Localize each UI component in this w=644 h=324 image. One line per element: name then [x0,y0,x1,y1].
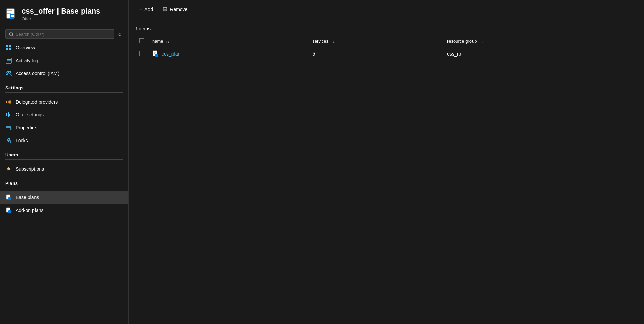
header-checkbox-cell [135,36,148,47]
row-checkbox-cell [135,47,148,61]
svg-point-21 [9,100,11,102]
remove-button[interactable]: Remove [158,4,191,15]
remove-icon [162,6,168,13]
sidebar-item-label-activity-log: Activity log [16,58,38,63]
section-label-plans: Plans [0,175,128,188]
svg-rect-53 [154,53,155,54]
svg-line-9 [12,35,13,36]
svg-point-22 [9,103,11,104]
collapse-button[interactable]: « [117,30,123,39]
svg-rect-2 [7,12,12,12]
sidebar-item-label-locks: Locks [16,138,28,143]
search-icon [9,32,14,37]
row-document-icon [152,50,159,57]
toolbar: + Add Remove [129,0,644,19]
base-plans-icon [5,194,12,201]
svg-rect-10 [6,45,8,47]
search-box[interactable] [5,29,114,39]
row-services-cell: 5 [308,47,443,61]
page-title: css_offer | Base plans [22,7,100,16]
search-input[interactable] [16,31,111,37]
svg-rect-1 [7,10,12,11]
data-table: name ↑↓ services ↑↓ resource group ↑↓ [135,36,637,61]
svg-rect-28 [11,113,12,116]
svg-rect-45 [163,7,167,8]
sidebar-item-delegated-providers[interactable]: Delegated providers [0,95,128,108]
column-resource-group-label: resource group [447,39,477,44]
svg-rect-42 [7,210,9,210]
svg-rect-39 [8,197,11,200]
svg-rect-37 [7,197,9,197]
select-all-checkbox[interactable] [139,38,144,43]
svg-rect-41 [7,209,9,209]
column-name-label: name [152,39,163,44]
sidebar-item-label-addon-plans: Add-on plans [16,208,44,213]
svg-rect-27 [9,114,10,116]
activity-log-icon [5,57,12,64]
svg-rect-17 [7,62,9,62]
svg-rect-13 [9,48,12,50]
sidebar-item-label-base-plans: Base plans [16,195,39,200]
sidebar-item-label-overview: Overview [16,45,35,50]
svg-rect-16 [7,61,11,61]
sidebar-item-label-properties: Properties [16,125,37,130]
column-header-name[interactable]: name ↑↓ [148,36,308,47]
offer-settings-icon [5,111,12,118]
svg-rect-25 [6,113,7,116]
svg-point-20 [6,101,8,103]
sidebar-item-locks[interactable]: Locks [0,134,128,147]
svg-rect-12 [6,48,8,50]
svg-point-32 [10,128,12,130]
search-container: « [0,27,128,41]
sidebar: css_offer | Base plans Offer « Overview [0,0,129,324]
add-label: Add [144,7,153,12]
svg-rect-52 [154,53,156,53]
sidebar-header: css_offer | Base plans Offer [0,0,128,27]
sidebar-item-addon-plans[interactable]: Add-on plans [0,204,128,217]
sidebar-item-label-subscriptions: Subscriptions [16,166,44,172]
document-icon [5,8,18,20]
row-name-cell: ccs_plan [148,47,308,61]
table-row: ccs_plan 5 css_rp [135,47,637,61]
svg-rect-36 [7,196,9,196]
row-name-link[interactable]: ccs_plan [162,51,180,57]
sidebar-item-label-offer-settings: Offer settings [16,112,44,117]
row-resource-group-cell: css_rp [443,47,637,61]
svg-rect-11 [9,45,12,47]
users-divider [5,159,123,160]
svg-rect-15 [7,59,11,60]
column-header-resource-group[interactable]: resource group ↑↓ [443,36,637,47]
table-header-row: name ↑↓ services ↑↓ resource group ↑↓ [135,36,637,47]
sidebar-item-access-control[interactable]: Access control (IAM) [0,67,128,80]
sidebar-item-properties[interactable]: Properties [0,121,128,134]
sidebar-title-block: css_offer | Base plans Offer [22,7,100,21]
sidebar-item-base-plans[interactable]: Base plans [0,191,128,204]
section-label-users: Users [0,147,128,159]
svg-rect-44 [8,210,11,213]
column-services-label: services [312,39,328,44]
sidebar-item-activity-log[interactable]: Activity log [0,54,128,67]
add-button[interactable]: + Add [135,4,157,15]
sidebar-item-overview[interactable]: Overview [0,41,128,54]
svg-rect-3 [7,13,11,14]
row-checkbox[interactable] [139,51,144,56]
page-subtitle: Offer [22,16,100,21]
column-header-services[interactable]: services ↑↓ [308,36,443,47]
content-area: 1 items name ↑↓ services ↑↓ [129,19,644,324]
subscriptions-icon [5,166,12,172]
main-content: + Add Remove 1 items [129,0,644,324]
svg-rect-7 [11,18,13,18]
sidebar-item-offer-settings[interactable]: Offer settings [0,108,128,121]
sidebar-item-label-access-control: Access control (IAM) [16,71,59,76]
section-label-settings: Settings [0,80,128,92]
sort-icon-resource-group: ↑↓ [479,39,483,43]
addon-plans-icon [5,207,12,214]
remove-label: Remove [170,7,187,12]
sidebar-item-subscriptions[interactable]: Subscriptions [0,163,128,175]
svg-rect-26 [8,112,9,117]
overview-icon [5,44,12,51]
svg-rect-47 [163,8,167,11]
svg-rect-54 [155,54,158,57]
delegated-providers-icon [5,99,12,105]
settings-divider [5,92,123,93]
